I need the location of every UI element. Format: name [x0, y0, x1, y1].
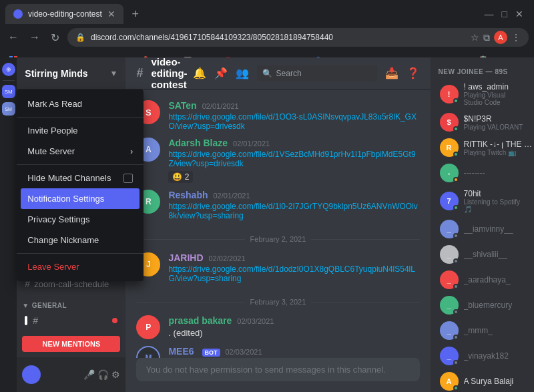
server-icon-2[interactable]: SM [2, 102, 15, 116]
extensions-icon[interactable]: ⧉ [483, 32, 490, 43]
member-sub-4: Listening to Spotify 🎵 [464, 198, 525, 213]
member-item-6[interactable]: _ __shivaliii__ [436, 242, 529, 266]
help-icon[interactable]: ❓ [407, 67, 420, 79]
member-sub-2: Playing Twitch 📺 [464, 149, 534, 156]
profile-icon[interactable]: A [494, 31, 507, 44]
msg-reaction-2[interactable]: 😃 2 [168, 171, 193, 183]
msg-link-4[interactable]: https://drive.google.com/file/d/1dodzI0O… [168, 264, 419, 283]
search-box[interactable]: 🔍 Search [257, 65, 377, 81]
channel-general-1[interactable]: # [19, 313, 123, 329]
member-name-9: _mmm_ [464, 326, 493, 335]
forward-button[interactable]: → [27, 29, 43, 46]
inbox-icon[interactable]: 📥 [385, 67, 398, 79]
server-list: ⊕ SM SM [0, 57, 17, 392]
ctx-mark-read[interactable]: Mark As Read [17, 93, 144, 114]
headset-icon[interactable]: 🎧 [97, 369, 109, 380]
ctx-mute[interactable]: Mute Server › [17, 141, 144, 162]
msg-link-3[interactable]: https://drive.google.com/file/d/1l0-2I7J… [168, 202, 419, 220]
menu-icon[interactable]: ⋮ [511, 32, 521, 43]
minimize-button[interactable]: — [485, 9, 494, 19]
member-item-10[interactable]: _ _vinayak182 [436, 344, 529, 368]
ctx-notification-settings[interactable]: Notification Settings [21, 188, 140, 209]
msg-time-1: 02/01/2021 [202, 102, 239, 110]
discord-home-icon[interactable]: ⊕ [2, 63, 15, 76]
member-avatar-0: ! [440, 85, 459, 104]
member-item-1[interactable]: $ $N!P3R Playing VALORANT [436, 110, 529, 134]
maximize-button[interactable]: □ [502, 9, 507, 19]
member-avatar-6: _ [440, 245, 459, 264]
search-placeholder: Search [276, 69, 302, 78]
address-bar[interactable]: 🔒 discord.com/channels/41961710584410932… [67, 28, 529, 47]
msg-time-3: 02/01/2021 [214, 192, 250, 200]
new-tab-button[interactable]: + [126, 5, 145, 23]
ctx-change-nickname[interactable]: Change Nickname [17, 230, 144, 250]
lock-icon: 🔒 [75, 33, 85, 42]
user-avatar [22, 365, 41, 384]
member-avatar-4: 7 [440, 192, 459, 210]
member-name-4: 70hit [464, 189, 525, 198]
member-item-5[interactable]: _ __iamvinny__ [436, 217, 529, 241]
mic-icon[interactable]: 🎤 [83, 369, 95, 380]
msg-username-6: MEE6 [168, 346, 194, 357]
members-toggle-icon[interactable]: 👥 [236, 67, 249, 79]
ctx-privacy[interactable]: Privacy Settings [17, 209, 144, 230]
star-icon[interactable]: ☆ [471, 32, 479, 43]
msg-content-3: Reshabh 02/01/2021 https://drive.google.… [168, 190, 419, 220]
member-avatar-8: _ [440, 296, 459, 315]
bell-icon[interactable]: 🔔 [193, 67, 206, 79]
address-bar-icons: ☆ ⧉ A ⋮ [471, 31, 521, 44]
new-mentions-button[interactable]: NEW MENTIONS [22, 336, 120, 352]
msg-content-4: JARIHD 02/02/2021 https://drive.google.c… [168, 252, 419, 283]
message-group-6: M MEE6 BOT 02/03/2021 GG @prasad bakare … [136, 346, 419, 358]
chat-messages: S SATen 02/01/2021 https://drive.google.… [125, 89, 430, 358]
pin-icon[interactable]: 📌 [214, 67, 228, 79]
server-header[interactable]: Stirring Minds ▼ [17, 57, 125, 89]
msg-link-1[interactable]: https://drive.google.com/file/d/1OO3-sL0… [168, 112, 419, 131]
separator [3, 80, 15, 81]
member-item-2[interactable]: R RiTTiK -↓- ꞁ THE KNiG... Playing Twitc… [436, 136, 529, 160]
active-tab[interactable]: video-editing-contest ✕ [5, 4, 123, 24]
member-avatar-1: $ [440, 113, 459, 132]
status-dot-0 [453, 98, 459, 104]
refresh-button[interactable]: ↻ [48, 29, 62, 47]
member-name-3: -------- [464, 168, 485, 178]
server-icon-sm[interactable]: SM [2, 85, 15, 98]
status-dot-11 [453, 385, 459, 391]
ctx-separator-2 [17, 164, 144, 165]
member-avatar-10: _ [440, 347, 459, 365]
tab-close-button[interactable]: ✕ [107, 9, 115, 19]
status-dot-8 [453, 309, 459, 315]
msg-header-3: Reshabh 02/01/2021 [168, 190, 419, 200]
ctx-hide-muted[interactable]: Hide Muted Channels [17, 168, 144, 188]
msg-username-3: Reshabh [168, 190, 208, 200]
ctx-separator-1 [17, 117, 144, 118]
member-item-0[interactable]: ! ! aws_admin Playing Visual Studio Code [436, 79, 529, 109]
msg-content-2: Adarsh Blaze 02/01/2021 https://drive.go… [168, 138, 419, 183]
channel-general-2[interactable]: # [19, 329, 123, 331]
member-item-3[interactable]: - -------- [436, 161, 529, 185]
ctx-separator-3 [17, 253, 144, 254]
ctx-invite[interactable]: Invite People [17, 120, 144, 141]
settings-icon[interactable]: ⚙ [111, 369, 120, 380]
member-item-4[interactable]: 7 70hit Listening to Spotify 🎵 [436, 186, 529, 216]
member-avatar-2: R [440, 138, 459, 157]
address-bar-row: ← → ↻ 🔒 discord.com/channels/41961710584… [0, 24, 534, 51]
ctx-leave-server[interactable]: Leave Server [17, 256, 144, 277]
msg-link-2[interactable]: https://drive.google.com/file/d/1VSezBcM… [168, 150, 419, 168]
member-item-11[interactable]: A A Surya Balaji [436, 369, 529, 392]
member-item-9[interactable]: _ _mmm_ [436, 319, 529, 343]
server-chevron-icon: ▼ [109, 69, 117, 78]
channel-name-4 [42, 316, 66, 326]
back-button[interactable]: ← [5, 29, 21, 46]
member-item-7[interactable]: _ _aaradhaya_ [436, 268, 529, 292]
member-item-8[interactable]: _ _bluemercury [436, 293, 529, 317]
close-window-button[interactable]: ✕ [515, 9, 523, 19]
panel-icons: 🎤 🎧 ⚙ [83, 369, 120, 380]
message-group-2: A Adarsh Blaze 02/01/2021 https://drive.… [136, 138, 419, 183]
member-name-0: ! aws_admin [464, 82, 525, 91]
general-category[interactable]: ▼ GENERAL [17, 292, 125, 312]
ctx-mute-label: Mute Server [27, 146, 75, 156]
status-dot-4 [453, 205, 459, 210]
chat-input-area: You do not have permission to send messa… [125, 358, 430, 392]
ctx-hide-muted-checkbox[interactable] [123, 174, 133, 183]
